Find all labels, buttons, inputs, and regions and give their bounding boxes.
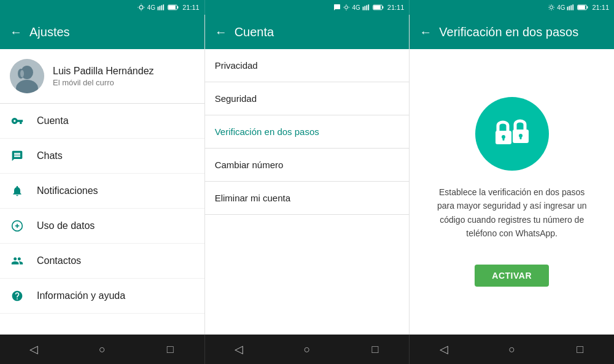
svg-rect-6 [168, 6, 176, 9]
profile-name: Luis Padilla Hernández [53, 66, 154, 77]
cuenta-title: Cuenta [235, 25, 274, 39]
svg-rect-9 [362, 7, 363, 10]
nav-bars: ◁ ○ □ ◁ ○ □ ◁ ○ □ [0, 335, 614, 364]
settings-item-contactos[interactable]: Contactos [0, 244, 204, 279]
svg-rect-12 [368, 4, 369, 10]
back-nav-btn-2[interactable]: ◁ [230, 340, 248, 358]
settings-item-uso[interactable]: Uso de datos [0, 209, 204, 244]
data-icon [10, 219, 25, 233]
cuenta-back-arrow[interactable]: ← [215, 25, 227, 39]
eliminar-label: Eliminar mi cuenta [215, 193, 290, 203]
ayuda-label: Información y ayuda [37, 290, 125, 301]
chats-label: Chats [37, 150, 63, 161]
recents-nav-btn-3[interactable]: □ [571, 340, 589, 358]
svg-rect-1 [158, 7, 159, 10]
activate-button[interactable]: ACTIVAR [475, 265, 549, 287]
nav-bar-2: ◁ ○ □ [205, 335, 410, 364]
chat-icon [10, 149, 25, 163]
profile-subtitle: El móvil del curro [53, 78, 154, 87]
key-icon [10, 114, 25, 128]
menu-eliminar[interactable]: Eliminar mi cuenta [205, 182, 410, 215]
settings-item-chats[interactable]: Chats [0, 139, 204, 174]
svg-rect-3 [161, 6, 163, 10]
status-bar-2: 4G 21:11 [205, 0, 410, 15]
ajustes-title: Ajustes [29, 25, 70, 39]
status-icons-3: 4G [548, 4, 588, 11]
cuenta-header: ← Cuenta [205, 15, 410, 49]
svg-rect-11 [366, 6, 367, 10]
svg-point-28 [20, 70, 24, 77]
nav-bar-1: ◁ ○ □ [0, 335, 205, 364]
home-nav-btn-2[interactable]: ○ [298, 340, 316, 358]
verificacion-header: ← Verificación en dos pasos [410, 15, 614, 49]
verification-content: Establece la verificación en dos pasos p… [410, 49, 614, 335]
seguridad-label: Seguridad [215, 93, 257, 104]
ajustes-back-arrow[interactable]: ← [10, 25, 22, 39]
svg-rect-23 [588, 6, 588, 9]
menu-verificacion[interactable]: Verificación en dos pasos [205, 115, 410, 149]
svg-rect-17 [567, 7, 569, 10]
menu-cambiar-numero[interactable]: Cambiar número [205, 149, 410, 182]
cambiar-label: Cambiar número [215, 160, 284, 170]
panel-cuenta: ← Cuenta Privacidad Seguridad Verificaci… [205, 15, 410, 335]
svg-rect-10 [364, 6, 365, 10]
svg-rect-4 [163, 4, 164, 10]
status-bars: 4G 21:11 4G 21:11 4G 21:11 [0, 0, 614, 15]
back-nav-btn-1[interactable]: ◁ [25, 340, 43, 358]
svg-rect-22 [578, 6, 586, 9]
notificaciones-label: Notificaciones [37, 185, 98, 196]
avatar [10, 59, 44, 93]
status-bar-1: 4G 21:11 [0, 0, 205, 15]
svg-rect-34 [502, 137, 504, 141]
svg-point-0 [139, 6, 143, 9]
status-bar-3: 4G 21:11 [410, 0, 614, 15]
svg-rect-2 [160, 6, 161, 10]
nav-bar-3: ◁ ○ □ [410, 335, 614, 364]
panel-verificacion: ← Verificación en dos pasos [410, 15, 614, 335]
profile-section[interactable]: Luis Padilla Hernández El móvil del curr… [0, 49, 204, 104]
cuenta-menu-list: Privacidad Seguridad Verificación en dos… [205, 49, 410, 335]
svg-rect-15 [383, 6, 383, 9]
profile-info: Luis Padilla Hernández El móvil del curr… [53, 66, 154, 87]
lock-icon-circle [475, 97, 549, 171]
panel-ajustes: ← Ajustes Luis Padilla Hernández El móvi… [0, 15, 205, 335]
svg-rect-20 [573, 4, 574, 10]
time-1: 21:11 [182, 4, 200, 11]
people-icon [10, 254, 25, 268]
menu-seguridad[interactable]: Seguridad [205, 82, 410, 115]
ajustes-header: ← Ajustes [0, 15, 204, 49]
recents-nav-btn-2[interactable]: □ [366, 340, 384, 358]
cuenta-label: Cuenta [37, 115, 69, 126]
home-nav-btn-1[interactable]: ○ [93, 340, 111, 358]
time-2: 21:11 [387, 4, 405, 11]
settings-item-notificaciones[interactable]: Notificaciones [0, 174, 204, 209]
back-nav-btn-3[interactable]: ◁ [435, 340, 453, 358]
time-3: 21:11 [592, 4, 609, 11]
settings-item-cuenta[interactable]: Cuenta [0, 104, 204, 139]
svg-rect-37 [519, 136, 521, 139]
status-icons-1: 4G [137, 3, 179, 12]
home-nav-btn-3[interactable]: ○ [503, 340, 521, 358]
svg-rect-14 [373, 6, 381, 9]
help-icon [10, 288, 25, 303]
privacidad-label: Privacidad [215, 60, 258, 71]
svg-rect-18 [569, 6, 570, 10]
contactos-label: Contactos [37, 255, 81, 266]
verificacion-title: Verificación en dos pasos [439, 25, 578, 39]
svg-rect-7 [177, 6, 178, 9]
uso-label: Uso de datos [37, 220, 95, 231]
panels: ← Ajustes Luis Padilla Hernández El móvi… [0, 15, 614, 335]
svg-rect-19 [571, 6, 572, 10]
verificacion-back-arrow[interactable]: ← [419, 25, 432, 39]
svg-point-16 [550, 6, 553, 9]
menu-privacidad[interactable]: Privacidad [205, 49, 410, 82]
verificacion-label: Verificación en dos pasos [215, 126, 319, 137]
svg-point-8 [345, 6, 348, 9]
recents-nav-btn-1[interactable]: □ [161, 340, 179, 358]
bell-icon [10, 184, 25, 198]
settings-list: Cuenta Chats Notificaciones [0, 104, 204, 335]
status-icons-2: 4G [333, 4, 383, 11]
settings-item-ayuda[interactable]: Información y ayuda [0, 279, 204, 314]
verification-description: Establece la verificación en dos pasos p… [434, 185, 589, 241]
